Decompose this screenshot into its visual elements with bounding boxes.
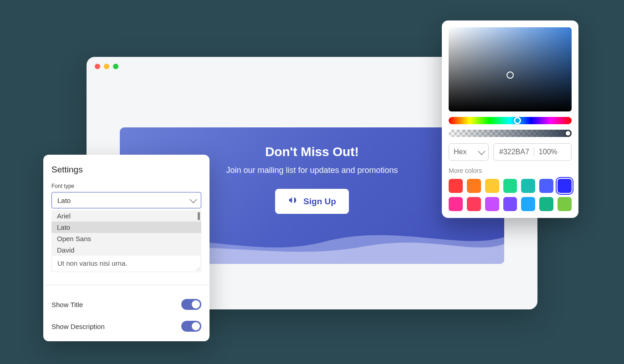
minimize-icon[interactable]: [104, 64, 109, 69]
alpha-thumb[interactable]: [564, 130, 572, 137]
hue-thumb[interactable]: [514, 117, 521, 124]
color-swatches: [449, 179, 572, 211]
color-picker-panel: Hex #322BA7 100% More colors: [442, 20, 578, 218]
scrollbar-thumb[interactable]: [198, 212, 200, 220]
settings-panel: Settings Font type Lato Ariel Lato Open …: [43, 155, 210, 341]
chevron-down-icon: [189, 196, 197, 203]
show-description-label: Show Description: [51, 323, 105, 330]
hex-value: #322BA7: [499, 148, 529, 156]
close-icon[interactable]: [95, 64, 100, 69]
font-type-dropdown: Ariel Lato Open Sans David: [51, 210, 201, 256]
color-swatch[interactable]: [485, 179, 499, 193]
color-swatch[interactable]: [503, 179, 517, 193]
alpha-slider[interactable]: [449, 130, 572, 137]
saturation-value-area[interactable]: [449, 27, 572, 111]
show-title-label: Show Title: [51, 301, 83, 308]
color-format-value: Hex: [454, 148, 466, 156]
font-type-select[interactable]: Lato: [51, 192, 201, 208]
show-title-row: Show Title: [51, 293, 201, 315]
font-option[interactable]: David: [51, 244, 201, 256]
resize-handle-icon[interactable]: [195, 266, 200, 271]
color-swatch[interactable]: [521, 179, 535, 193]
color-swatch[interactable]: [558, 197, 572, 211]
description-textarea[interactable]: Ut non varius nisi urna.: [51, 256, 201, 272]
color-swatch[interactable]: [485, 197, 499, 211]
color-swatch[interactable]: [521, 197, 535, 211]
more-colors-label: More colors: [449, 167, 572, 174]
svg-line-1: [198, 269, 200, 271]
separator: [534, 147, 534, 157]
color-swatch[interactable]: [467, 197, 481, 211]
signup-label: Sign Up: [303, 197, 336, 207]
font-option[interactable]: Ariel: [51, 210, 201, 222]
color-format-select[interactable]: Hex: [449, 143, 489, 161]
svg-line-0: [196, 267, 200, 271]
color-swatch[interactable]: [449, 179, 463, 193]
font-type-label: Font type: [51, 183, 201, 189]
opacity-value: 100%: [539, 148, 558, 156]
font-type-value: Lato: [57, 197, 71, 204]
signup-button[interactable]: Sign Up: [275, 189, 349, 214]
color-swatch[interactable]: [539, 197, 553, 211]
maximize-icon[interactable]: [113, 64, 118, 69]
textarea-content: Ut non varius nisi urna.: [57, 259, 127, 267]
divider: [43, 285, 210, 285]
color-value-input[interactable]: #322BA7 100%: [493, 143, 572, 161]
color-swatch[interactable]: [558, 179, 572, 193]
show-title-toggle[interactable]: [181, 299, 201, 310]
font-option[interactable]: Open Sans: [51, 233, 201, 244]
hue-slider[interactable]: [449, 117, 572, 124]
color-cursor[interactable]: [506, 71, 514, 79]
show-description-toggle[interactable]: [181, 321, 201, 332]
color-swatch[interactable]: [503, 197, 517, 211]
megaphone-icon: [288, 195, 298, 207]
chevron-down-icon: [478, 147, 486, 155]
color-swatch[interactable]: [467, 179, 481, 193]
settings-title: Settings: [51, 165, 201, 175]
font-option[interactable]: Lato: [51, 222, 201, 233]
color-swatch[interactable]: [449, 197, 463, 211]
show-description-row: Show Description: [51, 315, 201, 337]
color-swatch[interactable]: [539, 179, 553, 193]
